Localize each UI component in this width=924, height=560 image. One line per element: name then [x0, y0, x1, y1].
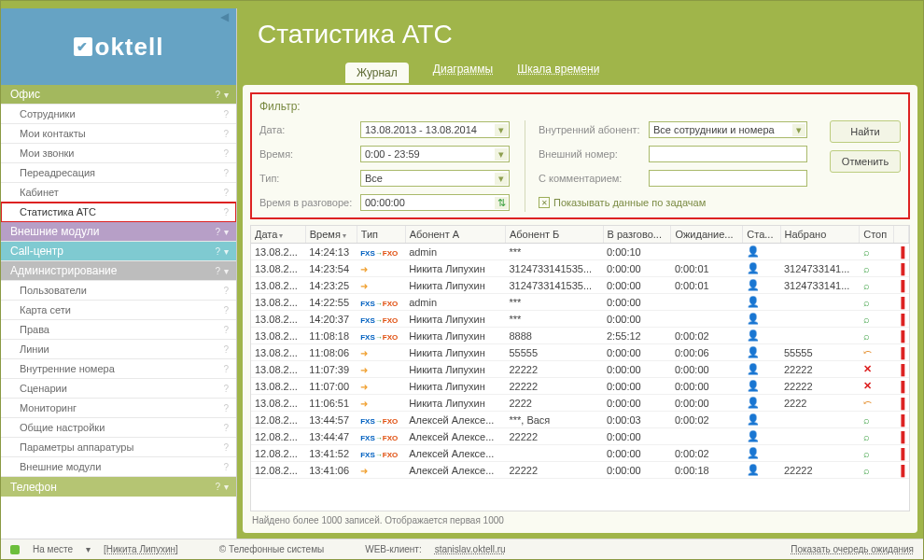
nav-item[interactable]: Мониторинг?	[1, 399, 236, 418]
table-row[interactable]: 12.08.2...13:41:06➜Алексей Алексе...2222…	[251, 462, 909, 479]
table-row[interactable]: 13.08.2...11:07:00➜Никита Липухин222220:…	[251, 378, 909, 395]
filter-talk-field[interactable]: 00:00:00⇅	[360, 194, 510, 211]
nav-header-admin[interactable]: Администрирование?▾	[1, 261, 236, 281]
table-row[interactable]: 13.08.2...14:23:54➜Никита Липухин3124733…	[251, 260, 909, 277]
presence-dropdown-icon[interactable]: ▾	[86, 544, 91, 554]
status-icon: 👤	[747, 430, 760, 441]
status-user[interactable]: [Никита Липухин]	[104, 544, 178, 554]
help-icon[interactable]: ?	[223, 462, 229, 472]
tab-2[interactable]: Шкала времени	[517, 63, 599, 83]
table-row[interactable]: 13.08.2...14:23:25➜Никита Липухин3124733…	[251, 277, 909, 294]
table-row[interactable]: 12.08.2...13:41:52FXS→FXOАлексей Алексе.…	[251, 445, 909, 462]
table-row[interactable]: 13.08.2...11:08:18FXS→FXOНикита Липухин8…	[251, 328, 909, 344]
help-icon[interactable]: ?	[223, 305, 229, 315]
filter-ext-field[interactable]	[649, 146, 807, 162]
help-icon[interactable]: ?	[223, 109, 229, 119]
nav-header-phone[interactable]: Телефон?▾	[1, 477, 236, 497]
help-icon[interactable]: ?	[223, 442, 229, 453]
stepper-icon[interactable]: ⇅	[495, 197, 508, 209]
dropdown-icon[interactable]: ▾	[792, 124, 805, 136]
nav-item[interactable]: Переадресация?	[1, 163, 236, 183]
table-row[interactable]: 13.08.2...14:24:13FXS→FXOadmin***0:00:10…	[251, 244, 909, 260]
help-icon[interactable]: ?	[223, 188, 229, 198]
help-icon[interactable]: ?	[215, 90, 220, 100]
nav-item[interactable]: Мои контакты?	[1, 124, 236, 144]
col-header[interactable]: Абонент Б	[505, 226, 603, 244]
find-button[interactable]: Найти	[830, 120, 901, 143]
table-row[interactable]: 12.08.2...13:44:57FXS→FXOАлексей Алексе.…	[251, 412, 909, 428]
chevron-down-icon[interactable]: ▾	[224, 482, 229, 492]
filter-type-field[interactable]: Все▾	[360, 170, 510, 187]
results-table[interactable]: ДатаВремяТипАбонент ААбонент БВ разгово.…	[250, 225, 910, 511]
help-icon[interactable]: ?	[215, 266, 220, 276]
dropdown-icon[interactable]: ▾	[495, 148, 508, 161]
help-icon[interactable]: ?	[223, 168, 229, 178]
table-row[interactable]: 13.08.2...11:07:39➜Никита Липухин222220:…	[251, 361, 909, 378]
help-icon[interactable]: ?	[223, 286, 229, 296]
help-icon[interactable]: ?	[223, 129, 229, 139]
col-header[interactable]: В разгово...	[603, 226, 671, 244]
nav-item[interactable]: Внешние модули?	[1, 457, 236, 477]
col-header[interactable]: Дата	[251, 226, 305, 244]
outgoing-icon: ➜	[360, 281, 368, 291]
dropdown-icon[interactable]: ▾	[495, 124, 508, 136]
help-icon[interactable]: ?	[223, 364, 229, 374]
nav-item[interactable]: Статистика АТС?	[1, 203, 236, 222]
chevron-down-icon[interactable]: ▾	[224, 90, 229, 100]
nav-item[interactable]: Линии?	[1, 340, 236, 359]
col-header[interactable]: Тип	[357, 226, 405, 244]
table-row[interactable]: 13.08.2...14:20:37FXS→FXOНикита Липухин*…	[251, 311, 909, 328]
chevron-down-icon[interactable]: ▾	[224, 246, 229, 257]
nav-item[interactable]: Карта сети?	[1, 301, 236, 320]
filter-comm-field[interactable]	[649, 170, 807, 187]
col-header[interactable]: Ста...	[743, 226, 780, 244]
nav-header-cc[interactable]: Call-центр?▾	[1, 242, 236, 261]
col-header[interactable]: Набрано	[780, 226, 860, 244]
col-header[interactable]: Абонент А	[405, 226, 505, 244]
nav-item[interactable]: Внутренние номера?	[1, 359, 236, 379]
chevron-down-icon[interactable]: ▾	[224, 266, 229, 276]
tab-0[interactable]: Журнал	[345, 63, 409, 83]
help-icon[interactable]: ?	[223, 207, 229, 217]
nav-header-office[interactable]: Офис?▾	[1, 85, 236, 105]
nav-item[interactable]: Общие настройки?	[1, 418, 236, 438]
filter-abon-field[interactable]: Все сотрудники и номера▾	[649, 121, 807, 138]
table-row[interactable]: 12.08.2...13:44:47FXS→FXOАлексей Алексе.…	[251, 428, 909, 445]
help-icon[interactable]: ?	[223, 344, 229, 355]
nav-item[interactable]: Пользователи?	[1, 281, 236, 301]
filter-tasks-checkbox[interactable]: ✕Показывать данные по задачам	[539, 197, 706, 208]
nav-header-ext[interactable]: Внешние модули?▾	[1, 222, 236, 242]
status-web-link[interactable]: stanislav.oktell.ru	[435, 544, 506, 554]
col-header[interactable]: Время	[305, 226, 357, 244]
stop-ok-icon: ⌕	[863, 280, 870, 291]
col-header[interactable]: Ожидание...	[671, 226, 743, 244]
status-queue-link[interactable]: Показать очередь ожидания	[791, 544, 914, 554]
help-icon[interactable]: ?	[223, 148, 229, 159]
help-icon[interactable]: ?	[215, 227, 220, 237]
help-icon[interactable]: ?	[215, 246, 220, 257]
sidebar-collapse-icon[interactable]: ◀	[220, 10, 229, 23]
dropdown-icon[interactable]: ▾	[495, 173, 508, 185]
filter-date-field[interactable]: 13.08.2013 - 13.08.2014▾	[360, 121, 510, 138]
table-row[interactable]: 13.08.2...11:08:06➜Никита Липухин555550:…	[251, 344, 909, 361]
help-icon[interactable]: ?	[223, 403, 229, 413]
nav-item[interactable]: Параметры аппаратуры?	[1, 438, 236, 457]
presence-text[interactable]: На месте	[33, 544, 73, 554]
filter-panel: Фильтр: Дата: 13.08.2013 - 13.08.2014▾ В…	[250, 92, 910, 219]
nav-item[interactable]: Права?	[1, 320, 236, 340]
chevron-down-icon[interactable]: ▾	[224, 227, 229, 237]
nav-item[interactable]: Кабинет?	[1, 183, 236, 203]
help-icon[interactable]: ?	[223, 325, 229, 335]
help-icon[interactable]: ?	[215, 482, 220, 492]
table-row[interactable]: 13.08.2...11:06:51➜Никита Липухин22220:0…	[251, 395, 909, 412]
nav-item[interactable]: Сценарии?	[1, 379, 236, 399]
nav-item[interactable]: Сотрудники?	[1, 105, 236, 124]
nav-item[interactable]: Мои звонки?	[1, 144, 236, 163]
cancel-button[interactable]: Отменить	[830, 150, 901, 173]
col-header[interactable]: Стоп	[860, 226, 894, 244]
tab-1[interactable]: Диаграммы	[433, 63, 493, 83]
help-icon[interactable]: ?	[223, 423, 229, 433]
table-row[interactable]: 13.08.2...14:22:55FXS→FXOadmin***0:00:00…	[251, 294, 909, 311]
filter-time-field[interactable]: 0:00 - 23:59▾	[360, 146, 510, 162]
help-icon[interactable]: ?	[223, 384, 229, 394]
